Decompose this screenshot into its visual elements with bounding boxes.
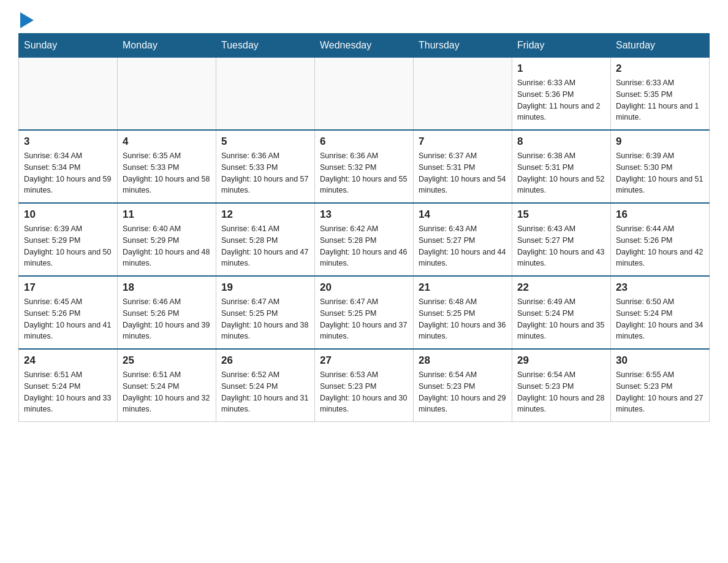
day-number: 8 (517, 136, 605, 148)
day-number: 11 (123, 209, 211, 221)
day-number: 30 (616, 354, 704, 367)
sun-info: Sunrise: 6:41 AMSunset: 5:28 PMDaylight:… (221, 223, 309, 269)
calendar-cell (118, 58, 216, 131)
day-number: 1 (517, 63, 605, 75)
calendar-cell: 21Sunrise: 6:48 AMSunset: 5:25 PMDayligh… (414, 276, 512, 349)
sun-info: Sunrise: 6:50 AMSunset: 5:24 PMDaylight:… (616, 296, 704, 342)
calendar-cell: 15Sunrise: 6:43 AMSunset: 5:27 PMDayligh… (512, 203, 611, 276)
day-number: 2 (616, 63, 704, 75)
day-number: 20 (320, 282, 408, 294)
calendar-cell: 14Sunrise: 6:43 AMSunset: 5:27 PMDayligh… (414, 203, 512, 276)
calendar-cell: 7Sunrise: 6:37 AMSunset: 5:31 PMDaylight… (414, 130, 512, 203)
day-number: 27 (320, 354, 408, 367)
calendar-cell (19, 58, 118, 131)
sun-info: Sunrise: 6:34 AMSunset: 5:34 PMDaylight:… (24, 150, 112, 196)
day-number: 5 (221, 136, 309, 148)
calendar-cell: 30Sunrise: 6:55 AMSunset: 5:23 PMDayligh… (611, 349, 710, 422)
calendar-cell: 24Sunrise: 6:51 AMSunset: 5:24 PMDayligh… (19, 349, 118, 422)
calendar-cell: 12Sunrise: 6:41 AMSunset: 5:28 PMDayligh… (216, 203, 315, 276)
sun-info: Sunrise: 6:47 AMSunset: 5:25 PMDaylight:… (320, 296, 408, 342)
header-friday: Friday (512, 34, 611, 58)
calendar-cell (414, 58, 512, 131)
sun-info: Sunrise: 6:43 AMSunset: 5:27 PMDaylight:… (517, 223, 605, 269)
calendar-cell: 25Sunrise: 6:51 AMSunset: 5:24 PMDayligh… (118, 349, 216, 422)
logo-arrow-icon (20, 12, 34, 28)
calendar-week-row: 10Sunrise: 6:39 AMSunset: 5:29 PMDayligh… (19, 203, 710, 276)
sun-info: Sunrise: 6:51 AMSunset: 5:24 PMDaylight:… (24, 369, 112, 415)
sun-info: Sunrise: 6:39 AMSunset: 5:29 PMDaylight:… (24, 223, 112, 269)
header-tuesday: Tuesday (216, 34, 315, 58)
day-number: 6 (320, 136, 408, 148)
sun-info: Sunrise: 6:36 AMSunset: 5:32 PMDaylight:… (320, 150, 408, 196)
day-number: 10 (24, 209, 112, 221)
calendar-week-row: 17Sunrise: 6:45 AMSunset: 5:26 PMDayligh… (19, 276, 710, 349)
calendar-cell: 16Sunrise: 6:44 AMSunset: 5:26 PMDayligh… (611, 203, 710, 276)
sun-info: Sunrise: 6:43 AMSunset: 5:27 PMDaylight:… (419, 223, 507, 269)
sun-info: Sunrise: 6:54 AMSunset: 5:23 PMDaylight:… (517, 369, 605, 415)
calendar-cell: 27Sunrise: 6:53 AMSunset: 5:23 PMDayligh… (315, 349, 414, 422)
calendar-cell: 4Sunrise: 6:35 AMSunset: 5:33 PMDaylight… (118, 130, 216, 203)
calendar-cell: 10Sunrise: 6:39 AMSunset: 5:29 PMDayligh… (19, 203, 118, 276)
calendar-cell: 22Sunrise: 6:49 AMSunset: 5:24 PMDayligh… (512, 276, 611, 349)
sun-info: Sunrise: 6:40 AMSunset: 5:29 PMDaylight:… (123, 223, 211, 269)
calendar-cell: 1Sunrise: 6:33 AMSunset: 5:36 PMDaylight… (512, 58, 611, 131)
day-number: 7 (419, 136, 507, 148)
calendar-table: SundayMondayTuesdayWednesdayThursdayFrid… (18, 33, 710, 422)
calendar-cell: 13Sunrise: 6:42 AMSunset: 5:28 PMDayligh… (315, 203, 414, 276)
calendar-cell: 26Sunrise: 6:52 AMSunset: 5:24 PMDayligh… (216, 349, 315, 422)
day-number: 17 (24, 282, 112, 294)
header-wednesday: Wednesday (315, 34, 414, 58)
sun-info: Sunrise: 6:51 AMSunset: 5:24 PMDaylight:… (123, 369, 211, 415)
calendar-cell: 5Sunrise: 6:36 AMSunset: 5:33 PMDaylight… (216, 130, 315, 203)
day-number: 13 (320, 209, 408, 221)
day-number: 9 (616, 136, 704, 148)
calendar-cell: 3Sunrise: 6:34 AMSunset: 5:34 PMDaylight… (19, 130, 118, 203)
header-saturday: Saturday (611, 34, 710, 58)
day-number: 28 (419, 354, 507, 367)
sun-info: Sunrise: 6:36 AMSunset: 5:33 PMDaylight:… (221, 150, 309, 196)
calendar-cell: 9Sunrise: 6:39 AMSunset: 5:30 PMDaylight… (611, 130, 710, 203)
sun-info: Sunrise: 6:55 AMSunset: 5:23 PMDaylight:… (616, 369, 704, 415)
calendar-cell: 29Sunrise: 6:54 AMSunset: 5:23 PMDayligh… (512, 349, 611, 422)
sun-info: Sunrise: 6:35 AMSunset: 5:33 PMDaylight:… (123, 150, 211, 196)
calendar-week-row: 3Sunrise: 6:34 AMSunset: 5:34 PMDaylight… (19, 130, 710, 203)
calendar-cell: 6Sunrise: 6:36 AMSunset: 5:32 PMDaylight… (315, 130, 414, 203)
day-number: 3 (24, 136, 112, 148)
calendar-cell: 8Sunrise: 6:38 AMSunset: 5:31 PMDaylight… (512, 130, 611, 203)
day-number: 14 (419, 209, 507, 221)
calendar-cell (315, 58, 414, 131)
day-number: 4 (123, 136, 211, 148)
sun-info: Sunrise: 6:38 AMSunset: 5:31 PMDaylight:… (517, 150, 605, 196)
calendar-header-row: SundayMondayTuesdayWednesdayThursdayFrid… (19, 34, 710, 58)
sun-info: Sunrise: 6:42 AMSunset: 5:28 PMDaylight:… (320, 223, 408, 269)
sun-info: Sunrise: 6:33 AMSunset: 5:35 PMDaylight:… (616, 77, 704, 123)
calendar-cell: 23Sunrise: 6:50 AMSunset: 5:24 PMDayligh… (611, 276, 710, 349)
day-number: 15 (517, 209, 605, 221)
sun-info: Sunrise: 6:53 AMSunset: 5:23 PMDaylight:… (320, 369, 408, 415)
calendar-cell: 11Sunrise: 6:40 AMSunset: 5:29 PMDayligh… (118, 203, 216, 276)
sun-info: Sunrise: 6:39 AMSunset: 5:30 PMDaylight:… (616, 150, 704, 196)
day-number: 29 (517, 354, 605, 367)
sun-info: Sunrise: 6:54 AMSunset: 5:23 PMDaylight:… (419, 369, 507, 415)
sun-info: Sunrise: 6:46 AMSunset: 5:26 PMDaylight:… (123, 296, 211, 342)
sun-info: Sunrise: 6:48 AMSunset: 5:25 PMDaylight:… (419, 296, 507, 342)
calendar-week-row: 1Sunrise: 6:33 AMSunset: 5:36 PMDaylight… (19, 58, 710, 131)
svg-marker-0 (20, 12, 34, 28)
day-number: 24 (24, 354, 112, 367)
day-number: 12 (221, 209, 309, 221)
page-header (18, 12, 710, 27)
calendar-cell: 20Sunrise: 6:47 AMSunset: 5:25 PMDayligh… (315, 276, 414, 349)
sun-info: Sunrise: 6:47 AMSunset: 5:25 PMDaylight:… (221, 296, 309, 342)
day-number: 16 (616, 209, 704, 221)
calendar-cell: 2Sunrise: 6:33 AMSunset: 5:35 PMDaylight… (611, 58, 710, 131)
calendar-cell (216, 58, 315, 131)
day-number: 26 (221, 354, 309, 367)
sun-info: Sunrise: 6:49 AMSunset: 5:24 PMDaylight:… (517, 296, 605, 342)
day-number: 23 (616, 282, 704, 294)
header-thursday: Thursday (414, 34, 512, 58)
calendar-cell: 19Sunrise: 6:47 AMSunset: 5:25 PMDayligh… (216, 276, 315, 349)
sun-info: Sunrise: 6:44 AMSunset: 5:26 PMDaylight:… (616, 223, 704, 269)
day-number: 25 (123, 354, 211, 367)
logo (18, 12, 34, 27)
calendar-cell: 18Sunrise: 6:46 AMSunset: 5:26 PMDayligh… (118, 276, 216, 349)
